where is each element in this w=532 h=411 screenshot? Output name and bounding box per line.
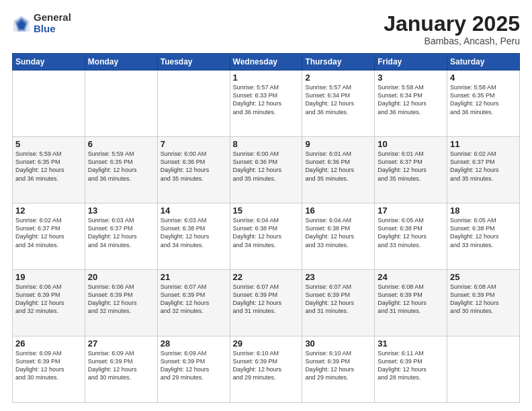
day-number: 7 <box>161 139 227 149</box>
day-number: 22 <box>233 272 300 282</box>
calendar-cell <box>157 71 230 137</box>
day-info: Sunrise: 6:04 AMSunset: 6:38 PMDaylight:… <box>233 216 300 249</box>
calendar-week-row: 19Sunrise: 6:06 AMSunset: 6:39 PMDayligh… <box>13 270 520 336</box>
calendar-cell <box>85 71 157 137</box>
day-info: Sunrise: 6:09 AMSunset: 6:39 PMDaylight:… <box>161 349 227 382</box>
day-number: 8 <box>233 139 300 149</box>
day-number: 21 <box>161 272 227 282</box>
weekday-header: Friday <box>375 54 447 71</box>
day-info: Sunrise: 6:02 AMSunset: 6:37 PMDaylight:… <box>450 150 517 183</box>
day-number: 12 <box>15 205 82 216</box>
day-info: Sunrise: 6:11 AMSunset: 6:39 PMDaylight:… <box>378 349 444 382</box>
calendar-week-row: 5Sunrise: 5:59 AMSunset: 6:35 PMDaylight… <box>13 137 520 203</box>
day-number: 13 <box>88 205 154 216</box>
calendar-body: 1Sunrise: 5:57 AMSunset: 6:33 PMDaylight… <box>13 71 520 403</box>
logo-icon <box>12 14 31 33</box>
day-number: 14 <box>161 205 227 216</box>
calendar-cell: 14Sunrise: 6:03 AMSunset: 6:38 PMDayligh… <box>157 203 230 270</box>
day-number: 2 <box>305 73 371 83</box>
calendar-cell: 15Sunrise: 6:04 AMSunset: 6:38 PMDayligh… <box>230 203 302 270</box>
day-number: 24 <box>378 272 444 282</box>
calendar-cell: 23Sunrise: 6:07 AMSunset: 6:39 PMDayligh… <box>302 270 375 336</box>
weekday-header: Saturday <box>447 54 520 71</box>
calendar-cell: 30Sunrise: 6:10 AMSunset: 6:39 PMDayligh… <box>302 336 375 403</box>
day-info: Sunrise: 6:07 AMSunset: 6:39 PMDaylight:… <box>233 283 300 316</box>
calendar-cell: 12Sunrise: 6:02 AMSunset: 6:37 PMDayligh… <box>13 203 85 270</box>
day-number: 1 <box>233 73 300 83</box>
calendar-table: SundayMondayTuesdayWednesdayThursdayFrid… <box>12 53 520 403</box>
calendar-location: Bambas, Ancash, Peru <box>384 36 520 46</box>
calendar-cell: 16Sunrise: 6:04 AMSunset: 6:38 PMDayligh… <box>302 203 375 270</box>
day-info: Sunrise: 6:10 AMSunset: 6:39 PMDaylight:… <box>233 349 300 382</box>
day-info: Sunrise: 6:00 AMSunset: 6:36 PMDaylight:… <box>233 150 300 183</box>
title-block: January 2025 Bambas, Ancash, Peru <box>384 12 520 46</box>
day-number: 5 <box>15 139 82 149</box>
day-info: Sunrise: 5:59 AMSunset: 6:35 PMDaylight:… <box>15 150 82 183</box>
day-number: 27 <box>88 338 154 349</box>
day-info: Sunrise: 6:02 AMSunset: 6:37 PMDaylight:… <box>15 216 82 249</box>
calendar-cell: 1Sunrise: 5:57 AMSunset: 6:33 PMDaylight… <box>230 71 302 137</box>
logo-blue-text: Blue <box>34 24 71 35</box>
calendar-week-row: 1Sunrise: 5:57 AMSunset: 6:33 PMDaylight… <box>13 71 520 137</box>
calendar-cell <box>447 336 520 403</box>
logo-general-text: General <box>34 12 71 24</box>
calendar-cell: 13Sunrise: 6:03 AMSunset: 6:37 PMDayligh… <box>85 203 157 270</box>
day-number: 3 <box>378 73 444 83</box>
day-number: 6 <box>88 139 154 149</box>
page: General Blue January 2025 Bambas, Ancash… <box>0 0 532 411</box>
day-info: Sunrise: 5:57 AMSunset: 6:34 PMDaylight:… <box>305 83 371 116</box>
day-info: Sunrise: 5:59 AMSunset: 6:35 PMDaylight:… <box>88 150 154 183</box>
day-info: Sunrise: 6:01 AMSunset: 6:37 PMDaylight:… <box>378 150 444 183</box>
logo: General Blue <box>12 12 71 34</box>
day-info: Sunrise: 6:09 AMSunset: 6:39 PMDaylight:… <box>88 349 154 382</box>
calendar-cell: 28Sunrise: 6:09 AMSunset: 6:39 PMDayligh… <box>157 336 230 403</box>
day-number: 17 <box>378 205 444 216</box>
day-info: Sunrise: 6:05 AMSunset: 6:38 PMDaylight:… <box>450 216 517 249</box>
calendar-cell <box>13 71 85 137</box>
day-info: Sunrise: 6:05 AMSunset: 6:38 PMDaylight:… <box>378 216 444 249</box>
day-number: 28 <box>161 338 227 349</box>
calendar-cell: 27Sunrise: 6:09 AMSunset: 6:39 PMDayligh… <box>85 336 157 403</box>
calendar-cell: 2Sunrise: 5:57 AMSunset: 6:34 PMDaylight… <box>302 71 375 137</box>
calendar-cell: 3Sunrise: 5:58 AMSunset: 6:34 PMDaylight… <box>375 71 447 137</box>
calendar-cell: 7Sunrise: 6:00 AMSunset: 6:36 PMDaylight… <box>157 137 230 203</box>
day-number: 4 <box>450 73 517 83</box>
day-number: 29 <box>233 338 300 349</box>
header: General Blue January 2025 Bambas, Ancash… <box>12 12 520 46</box>
day-info: Sunrise: 6:06 AMSunset: 6:39 PMDaylight:… <box>88 283 154 316</box>
calendar-cell: 25Sunrise: 6:08 AMSunset: 6:39 PMDayligh… <box>447 270 520 336</box>
day-number: 20 <box>88 272 154 282</box>
calendar-cell: 18Sunrise: 6:05 AMSunset: 6:38 PMDayligh… <box>447 203 520 270</box>
calendar-week-row: 26Sunrise: 6:09 AMSunset: 6:39 PMDayligh… <box>13 336 520 403</box>
calendar-cell: 4Sunrise: 5:58 AMSunset: 6:35 PMDaylight… <box>447 71 520 137</box>
weekday-header: Thursday <box>302 54 375 71</box>
day-info: Sunrise: 6:07 AMSunset: 6:39 PMDaylight:… <box>161 283 227 316</box>
day-number: 15 <box>233 205 300 216</box>
day-info: Sunrise: 5:57 AMSunset: 6:33 PMDaylight:… <box>233 83 300 116</box>
day-number: 16 <box>305 205 371 216</box>
weekday-header: Wednesday <box>230 54 302 71</box>
day-info: Sunrise: 5:58 AMSunset: 6:34 PMDaylight:… <box>378 83 444 116</box>
calendar-week-row: 12Sunrise: 6:02 AMSunset: 6:37 PMDayligh… <box>13 203 520 270</box>
calendar-cell: 21Sunrise: 6:07 AMSunset: 6:39 PMDayligh… <box>157 270 230 336</box>
calendar-title: January 2025 <box>384 12 520 36</box>
weekday-header: Sunday <box>13 54 85 71</box>
day-info: Sunrise: 6:08 AMSunset: 6:39 PMDaylight:… <box>378 283 444 316</box>
day-info: Sunrise: 6:06 AMSunset: 6:39 PMDaylight:… <box>15 283 82 316</box>
calendar-cell: 20Sunrise: 6:06 AMSunset: 6:39 PMDayligh… <box>85 270 157 336</box>
calendar-cell: 29Sunrise: 6:10 AMSunset: 6:39 PMDayligh… <box>230 336 302 403</box>
calendar-cell: 10Sunrise: 6:01 AMSunset: 6:37 PMDayligh… <box>375 137 447 203</box>
calendar-cell: 6Sunrise: 5:59 AMSunset: 6:35 PMDaylight… <box>85 137 157 203</box>
weekday-header: Monday <box>85 54 157 71</box>
day-number: 18 <box>450 205 517 216</box>
day-number: 19 <box>15 272 82 282</box>
day-info: Sunrise: 6:07 AMSunset: 6:39 PMDaylight:… <box>305 283 371 316</box>
day-info: Sunrise: 6:00 AMSunset: 6:36 PMDaylight:… <box>161 150 227 183</box>
day-number: 30 <box>305 338 371 349</box>
day-info: Sunrise: 5:58 AMSunset: 6:35 PMDaylight:… <box>450 83 517 116</box>
calendar-cell: 31Sunrise: 6:11 AMSunset: 6:39 PMDayligh… <box>375 336 447 403</box>
day-info: Sunrise: 6:10 AMSunset: 6:39 PMDaylight:… <box>305 349 371 382</box>
calendar-cell: 9Sunrise: 6:01 AMSunset: 6:36 PMDaylight… <box>302 137 375 203</box>
day-info: Sunrise: 6:01 AMSunset: 6:36 PMDaylight:… <box>305 150 371 183</box>
calendar-cell: 22Sunrise: 6:07 AMSunset: 6:39 PMDayligh… <box>230 270 302 336</box>
